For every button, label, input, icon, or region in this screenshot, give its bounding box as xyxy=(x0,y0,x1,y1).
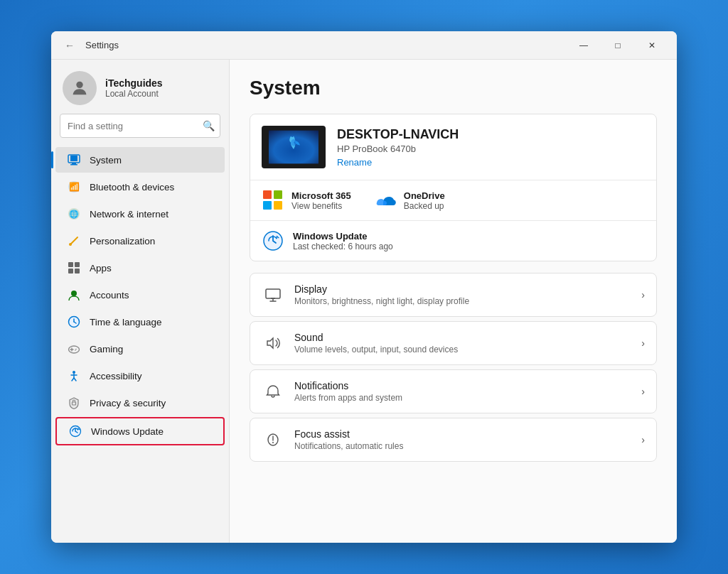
svg-rect-2 xyxy=(70,156,77,161)
device-name: DESKTOP-LNAVICH xyxy=(337,127,645,142)
settings-item-focus-assist[interactable]: Focus assist Notifications, automatic ru… xyxy=(250,418,657,462)
device-model: HP ProBook 6470b xyxy=(337,144,645,154)
svg-rect-14 xyxy=(75,269,80,274)
sidebar-item-accessibility[interactable]: Accessibility xyxy=(55,363,225,389)
restore-button[interactable]: □ xyxy=(601,34,634,57)
close-button[interactable]: ✕ xyxy=(636,34,668,57)
search-icon: 🔍 xyxy=(203,120,215,131)
svg-line-9 xyxy=(70,237,77,244)
window-title: Settings xyxy=(85,40,119,50)
sidebar-item-apps[interactable]: Apps xyxy=(55,255,225,281)
settings-item-display[interactable]: Display Monitors, brightness, night ligh… xyxy=(250,273,657,317)
onedrive-item[interactable]: OneDrive Backed up xyxy=(374,189,445,212)
focus-assist-icon xyxy=(262,428,284,451)
sidebar-item-windows-update[interactable]: Windows Update xyxy=(55,417,225,445)
sidebar-label-accounts: Accounts xyxy=(90,290,129,300)
settings-list: Display Monitors, brightness, night ligh… xyxy=(250,273,657,466)
svg-point-24 xyxy=(73,371,75,374)
svg-point-15 xyxy=(71,291,77,296)
sidebar-label-system: System xyxy=(90,155,122,166)
sidebar-item-privacy[interactable]: Privacy & security xyxy=(55,390,225,416)
sound-desc: Volume levels, output, input, sound devi… xyxy=(294,345,631,354)
sound-text: Sound Volume levels, output, input, soun… xyxy=(294,332,631,354)
device-thumbnail xyxy=(262,126,326,168)
personalization-icon xyxy=(67,234,81,248)
windows-update-row[interactable]: Windows Update Last checked: 6 hours ago xyxy=(250,221,656,261)
window-controls: — □ ✕ xyxy=(567,34,668,57)
microsoft365-name: Microsoft 365 xyxy=(291,190,351,201)
sidebar-item-personalization[interactable]: Personalization xyxy=(55,228,225,254)
privacy-icon xyxy=(67,396,81,410)
accessibility-icon xyxy=(67,369,81,383)
windows-update-name: Windows Update xyxy=(293,231,393,242)
svg-point-22 xyxy=(75,349,77,350)
focus-assist-name: Focus assist xyxy=(294,428,631,440)
apps-icon xyxy=(67,261,81,275)
user-name: iTechguides xyxy=(105,77,163,89)
search-box: 🔍 xyxy=(60,114,220,138)
gaming-icon xyxy=(67,342,81,356)
svg-point-23 xyxy=(75,350,76,351)
page-title: System xyxy=(250,77,657,99)
minimize-button[interactable]: — xyxy=(567,34,600,57)
svg-rect-35 xyxy=(266,289,280,298)
device-info: DESKTOP-LNAVICH HP ProBook 6470b Rename xyxy=(337,127,645,168)
onedrive-name: OneDrive xyxy=(404,190,445,201)
settings-item-sound[interactable]: Sound Volume levels, output, input, soun… xyxy=(250,321,657,365)
back-button[interactable]: ← xyxy=(60,36,80,55)
windows-update-info: Windows Update Last checked: 6 hours ago xyxy=(293,231,393,251)
sound-icon xyxy=(262,332,284,354)
time-icon xyxy=(67,315,81,329)
svg-rect-13 xyxy=(68,269,73,274)
user-section: iTechguides Local Account xyxy=(51,60,229,114)
svg-point-33 xyxy=(291,139,296,146)
sidebar-label-windows-update: Windows Update xyxy=(91,426,164,437)
windows-update-sync-icon xyxy=(262,229,284,252)
sound-chevron: › xyxy=(641,337,645,349)
sidebar-label-accessibility: Accessibility xyxy=(90,371,142,381)
onedrive-sub: Backed up xyxy=(404,201,445,211)
windows-update-sub: Last checked: 6 hours ago xyxy=(293,242,393,251)
sidebar-item-time[interactable]: Time & language xyxy=(55,309,225,335)
microsoft365-item[interactable]: Microsoft 365 View benefits xyxy=(262,189,351,212)
sidebar-item-accounts[interactable]: Accounts xyxy=(55,282,225,308)
display-chevron: › xyxy=(641,289,645,300)
avatar xyxy=(63,71,97,105)
svg-point-0 xyxy=(76,82,82,88)
sound-name: Sound xyxy=(294,332,631,343)
sidebar-label-network: Network & internet xyxy=(90,209,168,220)
sidebar-item-system[interactable]: System xyxy=(55,147,225,173)
settings-item-notifications[interactable]: Notifications Alerts from apps and syste… xyxy=(250,369,657,413)
sidebar-label-time: Time & language xyxy=(90,317,162,327)
notifications-chevron: › xyxy=(641,386,645,397)
user-account-type: Local Account xyxy=(105,89,163,99)
titlebar: ← Settings — □ ✕ xyxy=(51,31,677,60)
display-desc: Monitors, brightness, night light, displ… xyxy=(294,296,631,306)
focus-assist-desc: Notifications, automatic rules xyxy=(294,441,631,451)
services-row: Microsoft 365 View benefits xyxy=(250,180,656,221)
top-cards: DESKTOP-LNAVICH HP ProBook 6470b Rename xyxy=(250,114,657,261)
device-preview xyxy=(269,129,318,165)
svg-rect-11 xyxy=(68,262,73,267)
focus-assist-chevron: › xyxy=(641,434,645,445)
rename-link[interactable]: Rename xyxy=(337,157,645,168)
svg-rect-3 xyxy=(72,163,76,164)
settings-window: ← Settings — □ ✕ iTechguides Local Accou… xyxy=(51,31,677,543)
microsoft365-sub: View benefits xyxy=(291,201,351,211)
svg-line-28 xyxy=(74,378,76,381)
accounts-icon xyxy=(67,288,81,302)
sidebar-item-gaming[interactable]: Gaming xyxy=(55,336,225,362)
display-name: Display xyxy=(294,283,631,295)
sidebar-label-apps: Apps xyxy=(90,263,112,274)
search-input[interactable] xyxy=(60,114,220,138)
main-content: iTechguides Local Account 🔍 xyxy=(51,60,677,543)
svg-rect-12 xyxy=(75,262,80,267)
sidebar-item-network[interactable]: 🌐 Network & internet xyxy=(55,201,225,227)
svg-text:📶: 📶 xyxy=(69,181,80,192)
sidebar: iTechguides Local Account 🔍 xyxy=(51,60,229,543)
sidebar-item-bluetooth[interactable]: 📶 Bluetooth & devices xyxy=(55,174,225,200)
onedrive-info: OneDrive Backed up xyxy=(404,190,445,211)
sidebar-label-privacy: Privacy & security xyxy=(90,398,166,408)
notifications-icon xyxy=(262,380,284,403)
system-icon xyxy=(67,153,81,167)
